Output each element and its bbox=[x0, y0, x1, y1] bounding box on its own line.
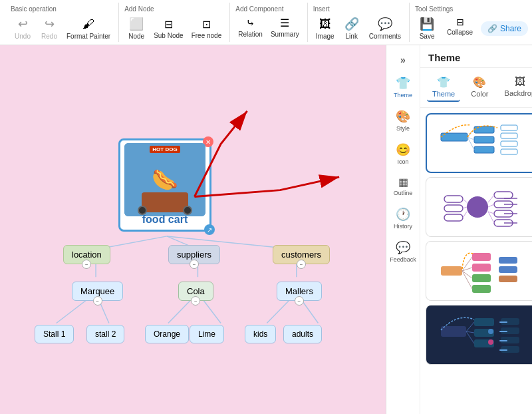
root-node[interactable]: ✕ 🌭 HOT DOG ↗ food cart bbox=[118, 138, 211, 232]
icon-sidebar-icon: 😊 bbox=[396, 142, 410, 157]
tab-color[interactable]: 🎨 Color bbox=[466, 73, 493, 102]
redo-icon: ↪ bbox=[45, 17, 55, 31]
customers-label: customers bbox=[281, 250, 321, 260]
toolbar-group-addcomp-label: Add Component bbox=[235, 5, 283, 13]
sidebar-feedback-label: Feedback bbox=[390, 256, 416, 263]
relation-button[interactable]: ⤷ Relation bbox=[235, 15, 265, 39]
redo-button[interactable]: ↪ Redo bbox=[37, 15, 61, 41]
adults-node[interactable]: adults bbox=[283, 325, 322, 343]
theme-card-3[interactable] bbox=[426, 241, 532, 301]
save-label: Save bbox=[420, 33, 435, 40]
svg-rect-56 bbox=[474, 318, 494, 326]
feedback-sidebar-icon: 💬 bbox=[396, 240, 410, 255]
outline-sidebar-icon: ▦ bbox=[398, 176, 408, 188]
suppliers-node[interactable]: suppliers − bbox=[168, 245, 220, 264]
sidebar-style-label: Style bbox=[396, 125, 410, 132]
toolbar: Basic operation ↩ Undo ↪ Redo 🖌 Format P… bbox=[0, 0, 532, 45]
toolbar-group-basic-label: Basic operation bbox=[11, 5, 57, 13]
theme-card-2[interactable] bbox=[426, 177, 532, 237]
share-label: Share bbox=[500, 24, 521, 33]
svg-rect-19 bbox=[501, 141, 517, 146]
svg-line-65 bbox=[466, 331, 474, 343]
mallers-collapse[interactable]: − bbox=[295, 296, 304, 306]
panel-collapse-button[interactable]: » bbox=[386, 51, 420, 69]
sidebar-history-button[interactable]: 🕐 History bbox=[386, 203, 420, 234]
image-button[interactable]: 🖼 Image bbox=[313, 16, 337, 41]
toolbar-addcomp-items: ⤷ Relation ☰ Summary bbox=[235, 15, 302, 39]
free-node-button[interactable]: ⊡ Free node bbox=[189, 17, 225, 41]
toolbar-group-add-node: Add Node ⬜ Node ⊟ Sub Node ⊡ Free node bbox=[119, 3, 230, 42]
sidebar-outline-button[interactable]: ▦ Outline bbox=[386, 172, 420, 200]
panel-sidebar: » 👕 Theme 🎨 Style 😊 Icon ▦ Outline bbox=[386, 45, 420, 414]
root-node-label: food cart bbox=[142, 214, 188, 226]
sidebar-theme-button[interactable]: 👕 Theme bbox=[386, 72, 420, 103]
toolbar-group-add-component: Add Component ⤷ Relation ☰ Summary bbox=[230, 3, 308, 42]
cola-node[interactable]: Cola − bbox=[178, 282, 213, 301]
stall2-node[interactable]: stall 2 bbox=[86, 325, 124, 343]
kids-label: kids bbox=[253, 329, 267, 339]
stall1-node[interactable]: Stall 1 bbox=[35, 325, 74, 343]
marquee-collapse[interactable]: − bbox=[93, 296, 102, 306]
cola-collapse[interactable]: − bbox=[191, 296, 200, 306]
collapse-label: Collapse bbox=[447, 29, 473, 36]
toolbar-basic-items: ↩ Undo ↪ Redo 🖌 Format Painter bbox=[11, 15, 113, 41]
undo-label: Undo bbox=[15, 33, 31, 40]
sidebar-feedback-button[interactable]: 💬 Feedback bbox=[386, 236, 420, 267]
svg-rect-68 bbox=[499, 321, 507, 323]
marquee-node[interactable]: Marquee − bbox=[72, 282, 123, 301]
theme-card-1[interactable] bbox=[426, 113, 532, 173]
svg-line-35 bbox=[488, 195, 494, 202]
customers-collapse[interactable]: − bbox=[297, 260, 306, 269]
share-button[interactable]: 🔗 Share bbox=[481, 21, 528, 36]
theme-preview-4 bbox=[438, 311, 531, 358]
undo-button[interactable]: ↩ Undo bbox=[11, 15, 35, 41]
format-painter-button[interactable]: 🖌 Format Painter bbox=[64, 16, 113, 41]
stall2-label: stall 2 bbox=[95, 329, 116, 339]
toolbar-group-insert: Insert 🖼 Image 🔗 Link 💬 Comments bbox=[308, 3, 410, 42]
svg-point-24 bbox=[467, 196, 488, 218]
suppliers-collapse[interactable]: − bbox=[190, 260, 199, 269]
redo-label: Redo bbox=[41, 33, 57, 40]
svg-rect-48 bbox=[499, 257, 517, 264]
root-node-expand[interactable]: ↗ bbox=[204, 224, 215, 235]
sub-node-icon: ⊟ bbox=[164, 18, 173, 31]
svg-line-63 bbox=[466, 322, 474, 331]
style-sidebar-icon: 🎨 bbox=[396, 109, 410, 124]
theme-preview-1 bbox=[438, 120, 531, 166]
location-node[interactable]: location − bbox=[63, 245, 110, 264]
comments-button[interactable]: 💬 Comments bbox=[366, 15, 404, 41]
svg-point-66 bbox=[488, 329, 493, 334]
summary-button[interactable]: ☰ Summary bbox=[268, 15, 302, 39]
svg-rect-18 bbox=[501, 133, 517, 138]
svg-rect-16 bbox=[474, 146, 494, 153]
collapse-button[interactable]: ⊟ Collapse bbox=[444, 15, 475, 41]
toolbar-group-addnode-label: Add Node bbox=[124, 5, 154, 13]
tab-backdrop[interactable]: 🖼 Backdrop bbox=[499, 73, 532, 102]
customers-node[interactable]: customers − bbox=[273, 245, 330, 264]
sidebar-style-button[interactable]: 🎨 Style bbox=[386, 105, 420, 136]
undo-icon: ↩ bbox=[18, 17, 28, 31]
sub-node-button[interactable]: ⊟ Sub Node bbox=[151, 17, 186, 41]
root-node-image: 🌭 HOT DOG bbox=[124, 143, 205, 216]
save-button[interactable]: 💾 Save bbox=[415, 15, 439, 41]
node-button[interactable]: ⬜ Node bbox=[124, 15, 148, 41]
right-panel-inner: » 👕 Theme 🎨 Style 😊 Icon ▦ Outline bbox=[386, 45, 532, 414]
location-collapse[interactable]: − bbox=[82, 260, 91, 269]
tab-theme[interactable]: 👕 Theme bbox=[427, 73, 460, 102]
mallers-label: Mallers bbox=[285, 286, 313, 296]
image-label: Image bbox=[316, 33, 334, 40]
mallers-node[interactable]: Mallers − bbox=[277, 282, 322, 301]
link-button[interactable]: 🔗 Link bbox=[340, 15, 364, 41]
panel-content: Theme 👕 Theme 🎨 Color 🖼 Backdrop bbox=[420, 45, 532, 414]
canvas[interactable]: ✕ 🌭 HOT DOG ↗ food cart location − suppl… bbox=[0, 45, 386, 414]
link-label: Link bbox=[346, 33, 358, 40]
sidebar-icon-button[interactable]: 😊 Icon bbox=[386, 138, 420, 169]
svg-rect-70 bbox=[499, 340, 507, 341]
lime-node[interactable]: Lime bbox=[190, 325, 224, 343]
theme-card-4[interactable] bbox=[426, 305, 532, 365]
orange-node[interactable]: Orange bbox=[145, 325, 189, 343]
sidebar-icon-label: Icon bbox=[397, 158, 408, 165]
kids-node[interactable]: kids bbox=[245, 325, 276, 343]
svg-rect-17 bbox=[501, 125, 517, 130]
marquee-label: Marquee bbox=[80, 286, 114, 296]
